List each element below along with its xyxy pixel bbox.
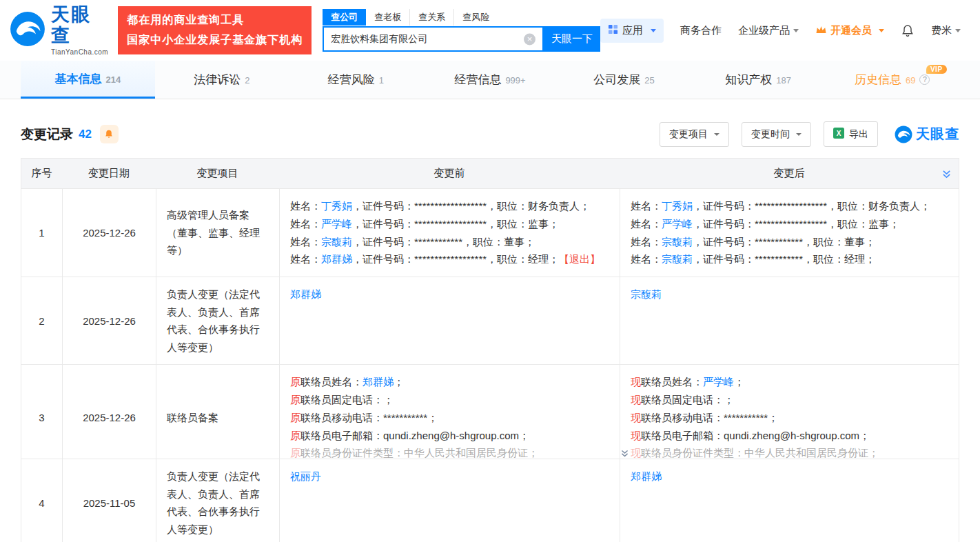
- notifications-bell-icon[interactable]: [901, 23, 915, 38]
- col-header-item: 变更项目: [156, 159, 279, 188]
- search-tab[interactable]: 查公司: [323, 9, 366, 26]
- nav-tab[interactable]: 法律诉讼2: [155, 61, 289, 99]
- change-date: 2025-12-26: [62, 365, 156, 459]
- nav-tab-label: 基本信息: [54, 71, 101, 87]
- col-header-date: 变更日期: [62, 159, 156, 188]
- person-link[interactable]: 宗馥莉: [662, 236, 693, 248]
- row-index: 1: [21, 189, 62, 277]
- section-count: 42: [79, 128, 92, 141]
- chevron-down-icon: [955, 29, 961, 32]
- main-content: 变更记录 42 变更项目 变更时间 X 导出 天眼查: [0, 121, 980, 542]
- nav-tab-count: 2: [245, 75, 249, 86]
- change-line: 姓名：丁秀娟，证件号码：******************，职位：财务负责人；: [631, 197, 948, 215]
- filter-change-time-button[interactable]: 变更时间: [742, 122, 811, 147]
- text-segment: 现: [631, 430, 641, 441]
- brand-name: 天眼查: [51, 5, 108, 46]
- change-before: 姓名：丁秀娟，证件号码：******************，职位：财务负责人；…: [279, 189, 620, 277]
- nav-tab-count: 69: [906, 75, 915, 86]
- link-business-coop[interactable]: 商务合作: [680, 24, 722, 37]
- text-segment: 原: [290, 376, 300, 388]
- nav-tab-label: 知识产权: [725, 72, 772, 88]
- search-tab[interactable]: 查风险: [453, 9, 498, 26]
- filter-change-item-button[interactable]: 变更项目: [660, 122, 729, 147]
- person-link[interactable]: 丁秀娟: [662, 200, 693, 212]
- change-item: 负责人变更（法定代表人、负责人、首席代表、合伙事务执行人等变更）: [156, 459, 279, 542]
- nav-tab[interactable]: 历史信息69VIP?: [825, 61, 959, 99]
- export-button[interactable]: X 导出: [824, 121, 878, 147]
- filter-item-label: 变更项目: [669, 128, 708, 141]
- change-line: 原联络员身份证件类型：中华人民共和国居民身份证；: [290, 444, 609, 459]
- nav-tab[interactable]: 基本信息214: [21, 61, 155, 99]
- person-link[interactable]: 郑群娣: [321, 253, 352, 265]
- text-segment: ，证件号码：******************，职位：监事；: [352, 218, 559, 230]
- person-link[interactable]: 宗馥莉: [321, 236, 352, 248]
- search-tab[interactable]: 查老板: [366, 9, 409, 26]
- nav-tab-count: 1: [379, 75, 384, 86]
- person-link[interactable]: 祝丽丹: [290, 470, 321, 482]
- apps-label: 应用: [622, 24, 643, 37]
- subscribe-bell-icon[interactable]: [100, 125, 119, 143]
- expand-row-icon[interactable]: [620, 449, 629, 458]
- person-link[interactable]: 郑群娣: [363, 376, 394, 388]
- text-segment: 姓名：: [631, 253, 662, 265]
- section-title: 变更记录: [21, 126, 73, 143]
- search-button[interactable]: 天眼一下: [544, 26, 600, 52]
- nav-tab[interactable]: 经营信息999+: [423, 61, 558, 99]
- collapse-all-icon[interactable]: [941, 169, 952, 181]
- text-segment: 现: [631, 376, 641, 388]
- person-link[interactable]: 丁秀娟: [321, 200, 352, 212]
- chevron-down-icon: [651, 29, 656, 32]
- change-before: 祝丽丹: [279, 459, 620, 542]
- change-after: 宗馥莉: [620, 277, 959, 364]
- section-header: 变更记录 42 变更项目 变更时间 X 导出 天眼查: [21, 121, 959, 147]
- table-body: 12025-12-26高级管理人员备案（董事、监事、经理等）姓名：丁秀娟，证件号…: [21, 189, 959, 542]
- person-link[interactable]: 严学峰: [321, 218, 352, 230]
- header: 天眼查 TianYanCha.com 都在用的商业查询工具 国家中小企业发展子基…: [0, 0, 980, 61]
- user-menu[interactable]: 费米: [931, 24, 961, 37]
- nav-tab[interactable]: 知识产权187: [691, 61, 826, 99]
- search-input[interactable]: [324, 28, 542, 50]
- person-link[interactable]: 严学峰: [662, 218, 693, 230]
- text-segment: 联络员固定电话：；: [300, 394, 394, 405]
- clear-input-icon[interactable]: ×: [524, 33, 535, 45]
- nav-tab[interactable]: 公司发展25: [557, 61, 691, 99]
- change-after: 郑群娣: [620, 459, 959, 542]
- apps-menu[interactable]: 应用: [600, 19, 664, 43]
- link-open-vip[interactable]: 开通会员: [815, 24, 884, 37]
- row-index: 2: [21, 277, 62, 364]
- nav-tab-count: 214: [105, 74, 121, 85]
- apps-grid-icon: [608, 24, 618, 37]
- nav-tab[interactable]: 经营风险1: [289, 61, 423, 99]
- text-segment: ，证件号码：************，职位：经理；: [693, 253, 875, 265]
- text-segment: ，证件号码：******************，职位：财务负责人；: [352, 200, 590, 212]
- change-item: 高级管理人员备案（董事、监事、经理等）: [156, 189, 279, 277]
- change-date: 2025-11-05: [62, 459, 156, 542]
- link-enterprise-products[interactable]: 企业级产品: [738, 24, 799, 37]
- text-segment: 姓名：: [631, 200, 662, 212]
- change-line: 祝丽丹: [290, 468, 609, 485]
- change-date: 2025-12-26: [62, 277, 156, 364]
- text-segment: 联络员电子邮箱：qundi.zheng@h-shgroup.com；: [641, 430, 870, 441]
- crown-icon: [815, 25, 827, 37]
- search-tab[interactable]: 查关系: [409, 9, 453, 26]
- change-line: 现联络员移动电话：***********；: [631, 409, 948, 427]
- page: 天眼查 TianYanCha.com 都在用的商业查询工具 国家中小企业发展子基…: [0, 0, 980, 542]
- text-segment: 联络员移动电话：***********；: [300, 412, 438, 423]
- help-icon[interactable]: ?: [919, 74, 930, 85]
- person-link[interactable]: 宗馥莉: [631, 288, 662, 300]
- change-item-text: 高级管理人员备案（董事、监事、经理等）: [167, 206, 269, 259]
- promo-banner: 都在用的商业查询工具 国家中小企业发展子基金旗下机构: [118, 6, 312, 54]
- person-link[interactable]: 郑群娣: [290, 288, 321, 300]
- person-link[interactable]: 宗馥莉: [662, 253, 693, 265]
- text-segment: 原: [290, 412, 300, 423]
- change-line: 姓名：宗馥莉，证件号码：************，职位：董事；: [290, 233, 609, 251]
- person-link[interactable]: 郑群娣: [631, 470, 662, 482]
- chevron-down-icon: [879, 29, 884, 32]
- text-segment: ，证件号码：************，职位：董事；: [352, 236, 535, 248]
- person-link[interactable]: 严学峰: [703, 376, 734, 388]
- text-segment: 原: [290, 430, 300, 441]
- text-segment: 联络员姓名：: [641, 376, 703, 388]
- text-segment: ，证件号码：******************，职位：监事；: [693, 218, 899, 230]
- text-segment: 联络员身份证件类型：中华人民共和国居民身份证；: [300, 447, 538, 459]
- tianyancha-logo[interactable]: 天眼查 TianYanCha.com: [10, 5, 108, 55]
